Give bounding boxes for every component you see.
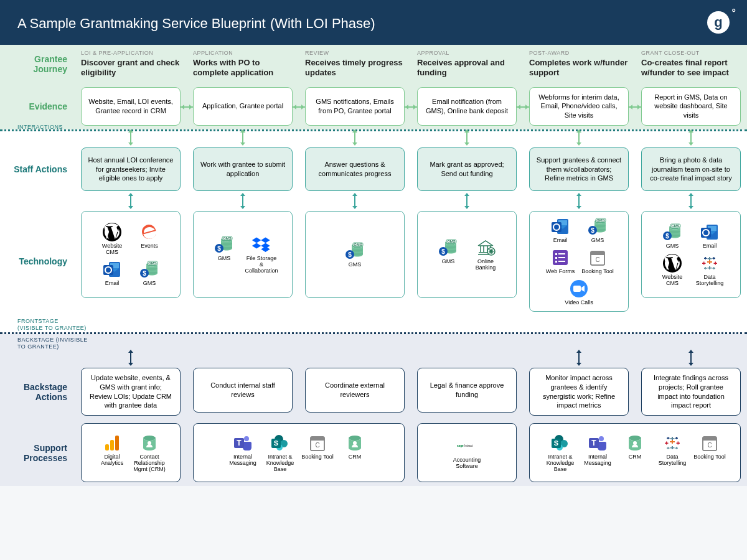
crm-icon: CRM [619, 433, 651, 460]
zoom-icon: Video Calls [563, 279, 595, 306]
gms-icon: GMS [656, 222, 688, 250]
staff-card: Mark grant as approved; Send out funding [417, 147, 517, 191]
sharepoint-icon: Intranet & Knowledge Base [264, 433, 296, 473]
evidence-card: GMS notifications, Emails from PO, Grant… [305, 87, 405, 126]
tableau-icon: Data Storytelling [656, 433, 688, 467]
teams-icon: Internal Messaging [227, 433, 259, 467]
staff-card: Support grantees & connect them w/collab… [529, 147, 629, 191]
phase-0: LOI & PRE-APPLICATIONDiscover grant and … [75, 45, 187, 83]
staff-card: Bring a photo & data journalism team on-… [641, 147, 741, 191]
forms-icon: Web Forms [544, 248, 576, 275]
outlook-icon: Email [693, 222, 726, 250]
tableau-icon: Data Storytelling [693, 253, 726, 287]
calendar-icon: Booking Tool [581, 248, 614, 275]
phase-1: APPLICATIONWorks with PO to complete app… [187, 45, 299, 83]
backstage-card: Update website, events, & GMS with grant… [81, 368, 181, 416]
backstage-card: Integrate findings across projects; Roll… [641, 368, 741, 416]
staff-card: Work with grantee to submit application [193, 147, 293, 191]
bank-icon: Online Banking [469, 238, 502, 271]
tech-card: GMSFile Storage & Collaboration [193, 211, 293, 298]
crm-icon: Contact Relationship Mgmt (CRM) [133, 433, 166, 473]
calendar-icon: Booking Tool [301, 433, 334, 460]
sharepoint-icon: Intranet & Knowledge Base [544, 433, 576, 473]
support-card: Digital AnalyticsContact Relationship Mg… [81, 423, 181, 482]
wordpress-icon: Website CMS [656, 253, 688, 287]
tech-card: GMSEmailWebsite CMSData Storytelling [641, 211, 741, 298]
teams-icon: Internal Messaging [581, 433, 614, 467]
support-card: Internal MessagingIntranet & Knowledge B… [193, 423, 405, 482]
analytics-icon: Digital Analytics [96, 433, 128, 467]
evidence-card: Webforms for interim data, Email, Phone/… [529, 87, 629, 126]
row-label-backstage: Backstage Actions [0, 364, 75, 419]
gms-icon: GMS [339, 241, 371, 268]
tech-card: Website CMSEventsEmailGMS [81, 211, 181, 298]
dropbox-icon: File Storage & Collaboration [245, 235, 278, 274]
evidence-card: Website, Email, LOI events, Grantee reco… [81, 87, 181, 126]
row-label-support: Support Processes [0, 419, 75, 486]
support-card: Intranet & Knowledge BaseInternal Messag… [529, 423, 741, 482]
row-label-evidence: Evidence [0, 83, 75, 130]
backstage-card: Conduct internal staff reviews [193, 368, 293, 413]
eventbrite-icon: Events [133, 222, 166, 250]
tech-card: EmailGMSWeb FormsBooking ToolVideo Calls [529, 211, 629, 312]
evidence-card: Application, Grantee portal [193, 87, 293, 126]
backstage-card: Monitor impact across grantees & identif… [529, 368, 629, 416]
brand-logo: g [707, 11, 730, 34]
tech-card: GMSOnline Banking [417, 211, 517, 298]
row-label-journey: Grantee Journey [0, 45, 75, 83]
evidence-card: Report in GMS, Data on website dashboard… [641, 87, 741, 126]
outlook-icon: Email [96, 259, 128, 287]
calendar-icon: Booking Tool [693, 433, 726, 460]
page-title: A Sample Grantmaking Service Blueprint (… [17, 13, 375, 32]
gms-icon: GMS [581, 217, 614, 244]
gms-icon: GMS [133, 259, 166, 287]
phase-2: REVIEWReceives timely progress updates [299, 45, 411, 83]
support-card: Accounting Software [417, 423, 517, 482]
gms-icon: GMS [432, 238, 464, 265]
tech-card: GMS [305, 211, 405, 298]
backstage-card: Legal & finance approve funding [417, 368, 517, 413]
phase-3: APPROVALReceives approval and funding [411, 45, 523, 83]
staff-card: Host annual LOI conference for grantseek… [81, 147, 181, 191]
row-label-staff: Staff Actions [0, 144, 75, 195]
sage-icon: Accounting Software [451, 436, 483, 470]
evidence-card: Email notification (from GMS), Online ba… [417, 87, 517, 126]
phase-4: POST-AWARDCompletes work w/funder suppor… [523, 45, 635, 83]
outlook-icon: Email [544, 217, 576, 244]
phase-5: GRANT CLOSE-OUTCo-creates final report w… [635, 45, 747, 83]
header: A Sample Grantmaking Service Blueprint (… [0, 0, 747, 45]
backstage-card: Coordinate external reviewers [305, 368, 405, 413]
lane-frontstage: FRONTSTAGE (VISIBLE TO GRANTEE) [0, 315, 747, 333]
staff-card: Answer questions & communicates progress [305, 147, 405, 191]
crm-icon: CRM [339, 433, 371, 460]
row-label-tech: Technology [0, 207, 75, 315]
lane-backstage: BACKSTAGE (INVISIBLE TO GRANTEE) [0, 334, 747, 352]
gms-icon: GMS [208, 235, 240, 262]
wordpress-icon: Website CMS [96, 222, 128, 256]
